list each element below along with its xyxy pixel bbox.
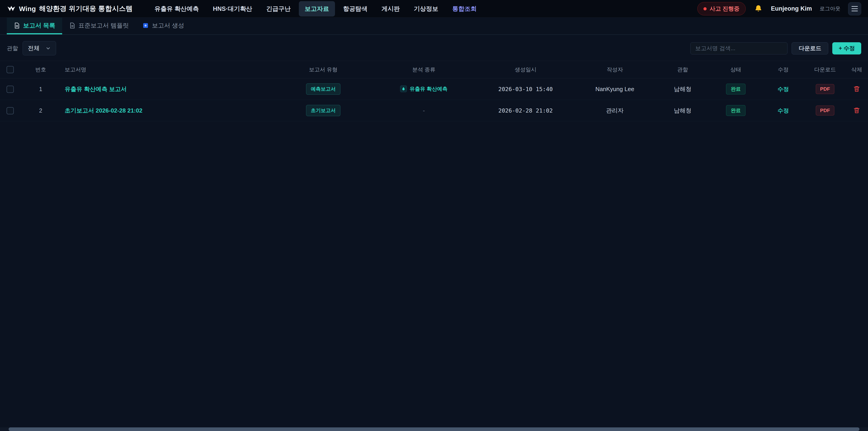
col-header-analysis: 분석 종류 [371, 61, 477, 79]
bell-icon [754, 4, 763, 13]
jurisdiction: 남해청 [655, 100, 710, 121]
nav-item-rescue[interactable]: 긴급구난 [260, 1, 297, 17]
tab-report-template[interactable]: 표준보고서 템플릿 [62, 18, 136, 34]
document-icon [69, 22, 75, 29]
nav-item-weather[interactable]: 기상정보 [408, 1, 444, 17]
report-name-link[interactable]: 초기보고서 2026-02-28 21:02 [65, 107, 143, 114]
brand[interactable]: Wing 해양환경 위기대응 통합시스템 [7, 4, 133, 13]
status-badge: 완료 [726, 105, 745, 116]
incident-status-badge[interactable]: 사고 진행중 [698, 2, 746, 16]
pdf-download-button[interactable]: PDF [816, 105, 834, 116]
analysis-type-cell: - [423, 107, 425, 114]
report-table: 번호 보고서명 보고서 유형 분석 종류 생성일시 작성자 관할 상태 수정 다… [0, 61, 868, 121]
row-checkbox[interactable] [6, 86, 14, 93]
trash-icon [853, 107, 860, 114]
col-header-download: 다운로드 [805, 61, 845, 79]
analysis-type-cell: 유출유 확산예측 [400, 86, 447, 92]
notification-bell-button[interactable] [753, 4, 763, 14]
col-header-status: 상태 [710, 61, 762, 79]
scrollbar-thumb[interactable] [8, 427, 859, 431]
create-edit-button[interactable]: + 수정 [832, 42, 861, 55]
nav-item-oil-spill[interactable]: 유출유 확산예측 [149, 1, 205, 17]
row-checkbox[interactable] [6, 107, 14, 114]
trash-icon [853, 86, 860, 92]
tab-label: 보고서 생성 [152, 22, 184, 30]
select-all-checkbox[interactable] [6, 66, 14, 73]
pdf-download-button[interactable]: PDF [816, 84, 834, 94]
app-title: 해양환경 위기대응 통합시스템 [39, 4, 133, 13]
nav-item-air-search[interactable]: 항공탐색 [337, 1, 373, 17]
created-datetime: 2026-02-28 21:02 [498, 107, 553, 114]
document-icon [13, 22, 20, 29]
horizontal-scrollbar[interactable] [0, 427, 868, 431]
row-number: 1 [20, 79, 61, 100]
nav-item-reports[interactable]: 보고자료 [299, 1, 335, 17]
table-header-row: 번호 보고서명 보고서 유형 분석 종류 생성일시 작성자 관할 상태 수정 다… [0, 61, 868, 79]
edit-link[interactable]: 수정 [778, 107, 789, 114]
col-header-author: 작성자 [574, 61, 655, 79]
droplet-icon [400, 86, 407, 92]
author: NanKyung Lee [574, 79, 655, 100]
user-name: Eunjeong Kim [771, 5, 812, 12]
filter-toolbar: 관할 전체 다운로드 + 수정 [0, 35, 868, 61]
status-badge: 완료 [726, 84, 745, 94]
jurisdiction-select-value: 전체 [28, 44, 39, 52]
jurisdiction: 남해청 [655, 79, 710, 100]
created-datetime: 2026-03-10 15:40 [498, 86, 553, 92]
report-tabbar: 보고서 목록 표준보고서 템플릿 보고서 생성 [0, 18, 868, 35]
top-right-cluster: 사고 진행중 Eunjeong Kim 로그아웃 [698, 2, 861, 16]
logout-button[interactable]: 로그아웃 [819, 5, 840, 12]
nav-item-integrated-search[interactable]: 통합조회 [446, 1, 483, 17]
wing-logo-icon [7, 4, 16, 13]
edit-link[interactable]: 수정 [778, 86, 789, 92]
report-name-link[interactable]: 유출유 확산예측 보고서 [65, 86, 127, 92]
col-header-delete: 삭제 [845, 61, 868, 79]
report-type-badge: 초기보고서 [306, 105, 340, 116]
incident-dot-icon [704, 7, 707, 10]
col-header-created: 생성일시 [477, 61, 574, 79]
filter-right-cluster: 다운로드 + 수정 [690, 42, 861, 55]
delete-button[interactable] [852, 85, 861, 94]
nav-item-hns[interactable]: HNS·대기확산 [207, 1, 258, 17]
main-nav: 유출유 확산예측 HNS·대기확산 긴급구난 보고자료 항공탐색 게시판 기상정… [149, 1, 483, 17]
document-plus-icon [143, 22, 149, 29]
col-header-edit: 수정 [762, 61, 805, 79]
tab-label: 보고서 목록 [23, 22, 55, 30]
logo-text: Wing [19, 5, 36, 13]
download-button[interactable]: 다운로드 [792, 42, 828, 55]
table-row: 2 초기보고서 2026-02-28 21:02 초기보고서 - 2026-02… [0, 100, 868, 121]
delete-button[interactable] [852, 106, 861, 115]
top-navigation-bar: Wing 해양환경 위기대응 통합시스템 유출유 확산예측 HNS·대기확산 긴… [0, 0, 868, 18]
col-header-jurisdiction: 관할 [655, 61, 710, 79]
col-header-name: 보고서명 [61, 61, 276, 79]
chevron-down-icon [45, 45, 51, 51]
row-number: 2 [20, 100, 61, 121]
jurisdiction-filter-label: 관할 [7, 44, 18, 52]
tab-report-list[interactable]: 보고서 목록 [7, 18, 62, 34]
tab-report-create[interactable]: 보고서 생성 [135, 18, 191, 34]
report-search-input[interactable] [690, 42, 787, 55]
table-row: 1 유출유 확산예측 보고서 예측보고서 유출유 확산예측 2026-03-10… [0, 79, 868, 100]
col-header-no: 번호 [20, 61, 61, 79]
report-type-badge: 예측보고서 [306, 83, 340, 95]
jurisdiction-select[interactable]: 전체 [23, 41, 56, 55]
nav-item-board[interactable]: 게시판 [376, 1, 406, 17]
hamburger-menu-button[interactable] [848, 2, 861, 16]
incident-badge-label: 사고 진행중 [710, 5, 740, 12]
analysis-type-label: 유출유 확산예측 [410, 86, 447, 92]
col-header-type: 보고서 유형 [276, 61, 371, 79]
hamburger-icon [851, 6, 858, 7]
tab-label: 표준보고서 템플릿 [79, 22, 129, 30]
author: 관리자 [574, 100, 655, 121]
